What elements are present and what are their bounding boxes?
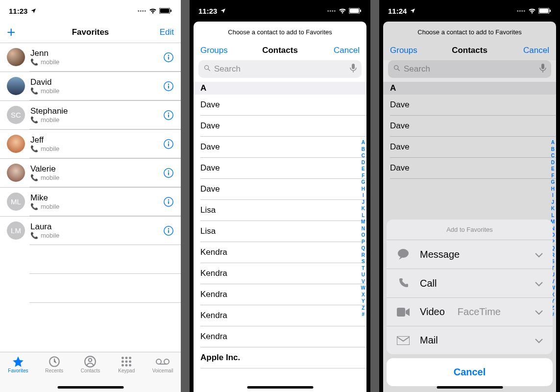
tab-favorites[interactable]: Favorites — [3, 355, 33, 392]
index-letter[interactable]: H — [362, 186, 365, 193]
index-letter[interactable]: P — [362, 239, 365, 245]
index-letter[interactable]: A — [362, 139, 365, 146]
info-button[interactable] — [163, 52, 174, 63]
favorite-row[interactable]: David 📞mobile — [0, 72, 181, 100]
index-letter[interactable]: R — [362, 252, 365, 259]
contact-row[interactable]: Kendra — [200, 326, 366, 347]
favorite-row[interactable]: Jeff 📞mobile — [0, 129, 181, 158]
index-letter[interactable]: L — [362, 212, 365, 219]
index-letter[interactable]: N — [362, 225, 365, 232]
index-letter[interactable]: J — [362, 199, 365, 206]
groups-button[interactable]: Groups — [200, 46, 228, 55]
contact-row[interactable]: Kendra — [200, 284, 366, 305]
info-button[interactable] — [163, 225, 174, 236]
favorite-row[interactable]: SC Stephanie 📞mobile — [0, 100, 181, 129]
index-letter[interactable]: # — [362, 311, 365, 318]
contact-row[interactable]: Dave — [200, 158, 366, 179]
info-button[interactable] — [163, 110, 174, 121]
favorite-row[interactable]: LM Laura 📞mobile — [0, 216, 181, 245]
cancel-button[interactable]: Cancel — [334, 46, 360, 55]
svg-rect-17 — [168, 172, 169, 175]
contact-row[interactable]: Dave — [200, 95, 366, 116]
index-letter[interactable]: F — [362, 172, 365, 179]
index-letter[interactable]: S — [362, 258, 365, 265]
info-button[interactable] — [163, 139, 174, 149]
index-letter[interactable]: X — [362, 292, 365, 298]
action-mail[interactable]: Mail — [387, 326, 553, 354]
contact-row[interactable]: Kendra — [200, 242, 366, 263]
index-letter[interactable]: Y — [362, 298, 365, 305]
action-cancel-button[interactable]: Cancel — [387, 358, 553, 386]
contact-row[interactable]: Dave — [200, 137, 366, 158]
index-letter[interactable]: I — [363, 192, 364, 199]
action-sheet: Add to Favorites Message Call Video Face… — [387, 220, 553, 386]
phone-contacts-picker: 11:23 •••• Choose a contact to add to Fa… — [190, 0, 370, 392]
index-letter[interactable]: B — [362, 146, 365, 153]
search-input[interactable]: Search — [198, 60, 362, 78]
tab-label: Recents — [45, 368, 63, 373]
favorite-row[interactable]: Jenn 📞mobile — [0, 43, 181, 71]
info-button[interactable] — [163, 81, 174, 92]
avatar — [7, 135, 25, 153]
message-icon — [396, 248, 410, 260]
edit-button[interactable]: Edit — [160, 27, 174, 37]
index-letter[interactable]: Q — [361, 245, 365, 252]
action-message[interactable]: Message — [387, 240, 553, 269]
index-letter[interactable]: M — [361, 219, 365, 225]
home-indicator[interactable] — [437, 386, 503, 389]
avatar: ML — [7, 193, 25, 211]
index-letter[interactable]: E — [362, 166, 365, 172]
contact-row[interactable]: Dave — [200, 179, 366, 200]
svg-rect-47 — [539, 9, 549, 13]
svg-point-29 — [129, 357, 131, 359]
phone-icon — [396, 277, 410, 289]
sheet-banner: Choose a contact to add to Favorites — [194, 22, 366, 41]
phone-icon: 📞 — [30, 174, 38, 181]
svg-point-28 — [125, 357, 128, 359]
svg-point-53 — [398, 249, 409, 258]
svg-rect-23 — [168, 230, 169, 233]
svg-rect-14 — [168, 143, 169, 146]
info-button[interactable] — [163, 168, 174, 178]
contact-row[interactable]: Dave — [200, 116, 366, 137]
action-label: Mail — [420, 335, 438, 346]
svg-point-42 — [205, 66, 209, 70]
tab-voicemail[interactable]: Voicemail — [148, 355, 177, 392]
index-letter[interactable]: Z — [362, 305, 365, 312]
contact-row[interactable]: Lisa — [200, 221, 366, 242]
contact-row[interactable]: Apple Inc. — [200, 347, 366, 368]
index-letter[interactable]: O — [361, 232, 365, 239]
index-letter[interactable]: U — [362, 271, 365, 278]
alphabet-index[interactable]: ABCDEFGHIJKLMNOPQRSTUVWXYZ# — [361, 139, 365, 318]
info-button[interactable] — [163, 196, 174, 207]
contact-row[interactable]: Kendra — [200, 263, 366, 284]
battery-icon — [538, 8, 551, 14]
contact-name: David — [30, 77, 163, 87]
index-letter[interactable]: W — [361, 285, 365, 292]
home-indicator[interactable] — [57, 386, 123, 389]
index-letter[interactable]: D — [362, 159, 365, 166]
favorite-row[interactable]: ML Mike 📞mobile — [0, 187, 181, 216]
keypad-icon — [120, 355, 133, 368]
person-icon — [84, 355, 97, 368]
avatar — [7, 164, 25, 182]
index-letter[interactable]: T — [362, 265, 365, 272]
index-letter[interactable]: K — [362, 205, 365, 212]
index-letter[interactable]: G — [361, 179, 365, 186]
mic-icon[interactable] — [350, 64, 357, 74]
star-icon — [12, 355, 24, 368]
action-call[interactable]: Call — [387, 269, 553, 297]
tab-label: Keypad — [118, 368, 135, 373]
add-favorite-button[interactable]: + — [7, 25, 16, 40]
contact-row[interactable]: Lisa — [200, 200, 366, 221]
action-label: Message — [420, 249, 460, 260]
index-letter[interactable]: V — [362, 278, 365, 285]
svg-point-27 — [122, 357, 124, 359]
status-bar: 11:24 •••• — [379, 0, 560, 22]
home-indicator[interactable] — [247, 386, 313, 389]
contact-row[interactable]: Kendra — [200, 305, 366, 326]
location-icon — [410, 8, 415, 14]
favorite-row[interactable]: Valerie 📞mobile — [0, 158, 181, 187]
index-letter[interactable]: C — [362, 152, 365, 159]
action-video[interactable]: Video FaceTime — [387, 297, 553, 326]
